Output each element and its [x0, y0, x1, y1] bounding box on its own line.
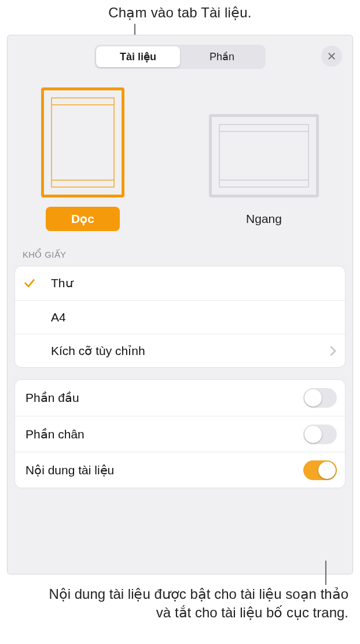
landscape-page-icon — [209, 114, 319, 197]
panel-header: Tài liệu Phần — [8, 35, 352, 75]
tab-section[interactable]: Phần — [180, 46, 264, 67]
toggle-document-body[interactable] — [303, 460, 337, 480]
close-icon — [327, 52, 336, 61]
toggle-list: Phần đầu Phần chân Nội dung tài liệu — [14, 379, 346, 488]
tab-document[interactable]: Tài liệu — [96, 46, 180, 67]
document-options-panel: Tài liệu Phần Dọc — [7, 35, 353, 575]
annotation-top: Chạm vào tab Tài liệu. — [0, 5, 360, 21]
toggle-row-footer: Phần chân — [15, 416, 345, 452]
paper-size-a4[interactable]: A4 — [15, 300, 345, 334]
orientation-portrait[interactable]: Dọc — [41, 87, 124, 231]
paper-size-list: Thư A4 Kích cỡ tùy chỉnh — [14, 266, 346, 368]
paper-size-header: KHỔ GIẤY — [8, 233, 352, 264]
checkmark-icon — [23, 277, 51, 290]
orientation-row: Dọc Ngang — [8, 75, 352, 233]
row-label: A4 — [51, 310, 337, 324]
toggle-footers[interactable] — [303, 425, 337, 444]
annotation-bottom: Nội dung tài liệu được bật cho tài liệu … — [46, 585, 348, 623]
paper-size-letter[interactable]: Thư — [15, 266, 345, 300]
toggle-row-body: Nội dung tài liệu — [15, 452, 345, 488]
annotation-bottom-leader — [325, 561, 326, 585]
portrait-page-icon — [41, 87, 124, 197]
landscape-label: Ngang — [227, 207, 301, 231]
segmented-control: Tài liệu Phần — [94, 45, 266, 69]
chevron-right-icon — [330, 346, 337, 356]
toggle-headers[interactable] — [303, 388, 337, 408]
annotation-top-leader — [134, 24, 135, 35]
row-label: Kích cỡ tùy chỉnh — [51, 344, 330, 358]
toggle-label: Nội dung tài liệu — [25, 463, 114, 477]
orientation-landscape[interactable]: Ngang — [209, 114, 319, 231]
close-button[interactable] — [321, 46, 342, 67]
toggle-row-header: Phần đầu — [15, 380, 345, 416]
toggle-label: Phần đầu — [25, 391, 79, 405]
row-label: Thư — [51, 276, 337, 290]
toggle-label: Phần chân — [25, 427, 85, 441]
paper-size-custom[interactable]: Kích cỡ tùy chỉnh — [15, 334, 345, 367]
portrait-label: Dọc — [46, 207, 120, 231]
